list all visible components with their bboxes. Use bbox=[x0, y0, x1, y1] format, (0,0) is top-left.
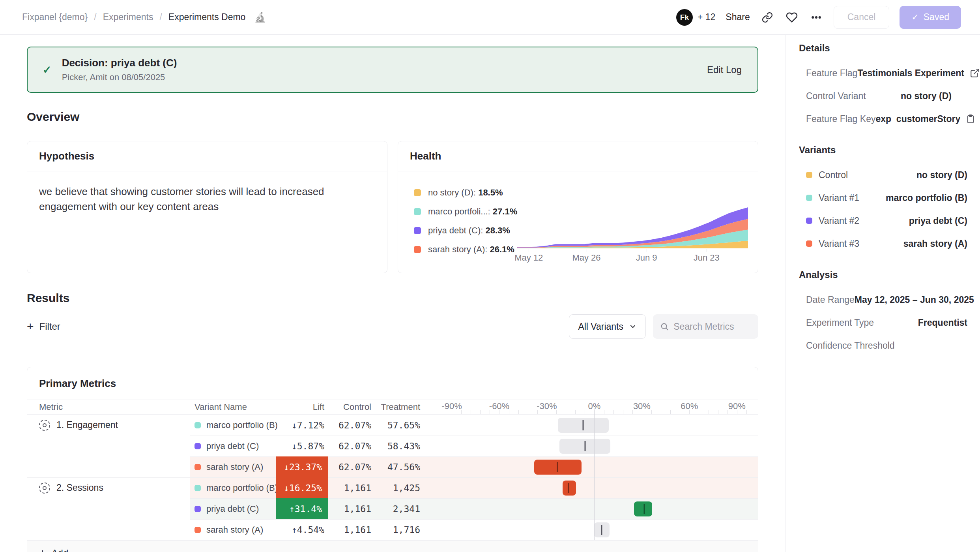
lift-value: ↑4.54% bbox=[292, 525, 324, 535]
legend-label: no story (D): 18.5% bbox=[428, 188, 503, 198]
variant-name: priya debt (C) bbox=[206, 441, 259, 451]
variant-color-dot bbox=[195, 443, 201, 449]
table-row[interactable]: priya debt (C)↓5.87%62.07%58.43% bbox=[27, 436, 758, 456]
edit-log-button[interactable]: Edit Log bbox=[707, 64, 742, 75]
x-axis-label: May 12 bbox=[514, 253, 543, 263]
x-axis-label: Jun 9 bbox=[636, 253, 657, 263]
metric-cell bbox=[27, 519, 190, 540]
legend-item[interactable]: sarah story (A): 26.1% bbox=[414, 240, 517, 259]
x-axis-tick bbox=[647, 249, 647, 252]
treatment-value: 2,341 bbox=[393, 504, 420, 514]
copy-link-icon[interactable] bbox=[760, 10, 774, 24]
all-variants-dropdown[interactable]: All Variants bbox=[569, 314, 646, 339]
variant-color-dot bbox=[195, 485, 201, 491]
column-lift: Lift bbox=[276, 400, 328, 414]
zero-gridline bbox=[594, 409, 595, 540]
control-cell: 62.07% bbox=[328, 456, 375, 477]
lift-cell: ↓5.87% bbox=[276, 436, 328, 456]
ci-minor-tick bbox=[452, 410, 452, 414]
column-treatment: Treatment bbox=[375, 400, 427, 414]
lift-center-tick bbox=[601, 525, 602, 535]
legend-item[interactable]: no story (D): 18.5% bbox=[414, 183, 517, 202]
ci-cell bbox=[427, 519, 758, 540]
overview-heading: Overview bbox=[27, 110, 758, 124]
breadcrumb-project[interactable]: Fixpanel {demo} bbox=[22, 12, 88, 23]
column-variant-name: Variant Name bbox=[190, 400, 276, 414]
variant-name: sarah story (A) bbox=[206, 462, 263, 472]
hypothesis-title: Hypothesis bbox=[39, 150, 94, 162]
variant-name: marco portfolio (B) bbox=[206, 420, 278, 430]
health-card: Health no story (D): 18.5%marco portfoli… bbox=[398, 141, 758, 273]
treatment-value: 57.65% bbox=[387, 420, 420, 430]
legend-item[interactable]: priya debt (C): 28.3% bbox=[414, 221, 517, 240]
ci-minor-tick bbox=[728, 410, 728, 414]
avatar[interactable]: Fk bbox=[676, 9, 693, 26]
table-row[interactable]: 1. Engagementmarco portfolio (B)↓7.12%62… bbox=[27, 415, 758, 436]
control-value: 62.07% bbox=[339, 420, 371, 430]
ci-minor-tick bbox=[509, 410, 509, 414]
variant-cell: marco portfolio (B) bbox=[190, 477, 276, 498]
x-axis-label: May 26 bbox=[572, 253, 600, 263]
ci-minor-tick bbox=[556, 410, 557, 414]
ci-minor-tick bbox=[680, 410, 680, 414]
search-metrics-box bbox=[653, 314, 758, 339]
ci-plot bbox=[450, 436, 751, 456]
ci-minor-tick bbox=[575, 410, 576, 414]
more-options-icon[interactable] bbox=[809, 10, 823, 24]
ci-minor-tick bbox=[471, 410, 471, 414]
breadcrumb-experiments[interactable]: Experiments bbox=[103, 12, 153, 23]
health-legend: no story (D): 18.5%marco portfoli...: 27… bbox=[414, 183, 517, 259]
ci-minor-tick bbox=[737, 410, 737, 414]
ci-minor-tick bbox=[518, 410, 519, 414]
cancel-button[interactable]: Cancel bbox=[834, 6, 890, 29]
lift-cell: ↑4.54% bbox=[276, 519, 328, 540]
legend-item[interactable]: marco portfoli...: 27.1% bbox=[414, 202, 517, 221]
health-chart-xaxis: May 12May 26Jun 9Jun 23 bbox=[517, 250, 748, 263]
legend-swatch bbox=[414, 208, 421, 215]
metric-cell bbox=[27, 498, 190, 519]
legend-swatch bbox=[414, 246, 421, 253]
share-button[interactable]: Share bbox=[726, 12, 750, 23]
table-row[interactable]: 2. Sessionsmarco portfolio (B)↓16.25%1,1… bbox=[27, 477, 758, 498]
clipboard-copy-icon[interactable] bbox=[966, 114, 975, 124]
ci-minor-tick bbox=[547, 410, 547, 414]
ci-cell bbox=[427, 436, 758, 456]
search-icon bbox=[660, 321, 669, 332]
lift-chip: ↓23.37% bbox=[276, 456, 328, 477]
table-header: Metric Variant Name Lift Control Treatme… bbox=[27, 400, 758, 415]
table-row[interactable]: sarah story (A)↑4.54%1,1611,716 bbox=[27, 519, 758, 540]
saved-button[interactable]: ✓Saved bbox=[900, 6, 961, 29]
collaborators-count[interactable]: + 12 bbox=[698, 12, 715, 23]
metric-name[interactable]: 2. Sessions bbox=[56, 483, 103, 493]
ci-minor-tick bbox=[699, 410, 699, 414]
variant-color-dot bbox=[195, 422, 201, 428]
ci-cell bbox=[427, 415, 758, 436]
feature-flag-key-value: exp_customerStory bbox=[875, 114, 960, 124]
ci-minor-tick bbox=[718, 410, 718, 414]
feature-flag-value[interactable]: Testimonials Experiment bbox=[857, 68, 964, 79]
table-row[interactable]: sarah story (A)↓23.37%62.07%47.56% bbox=[27, 456, 758, 477]
ci-minor-tick bbox=[604, 410, 604, 414]
metric-name[interactable]: 1. Engagement bbox=[56, 420, 118, 430]
legend-label: priya debt (C): 28.3% bbox=[428, 225, 510, 236]
add-metric-button[interactable]: + Add bbox=[27, 540, 758, 552]
breadcrumb-current[interactable]: Experiments Demo bbox=[168, 12, 246, 23]
ci-cell bbox=[427, 456, 758, 477]
date-range-value: May 12, 2025 – Jun 30, 2025 bbox=[855, 295, 974, 305]
details-section: Details Feature Flag Testimonials Experi… bbox=[799, 43, 967, 130]
table-row[interactable]: priya debt (C)↑31.4%1,1612,341 bbox=[27, 498, 758, 519]
favorite-heart-icon[interactable] bbox=[785, 10, 799, 24]
experiment-type-row: Experiment Type Frequentist bbox=[799, 311, 967, 334]
ci-minor-tick bbox=[566, 410, 566, 414]
lift-chip: ↓16.25% bbox=[276, 477, 328, 498]
search-metrics-input[interactable] bbox=[673, 321, 751, 332]
details-heading: Details bbox=[799, 43, 967, 54]
page: Fixpanel {demo} / Experiments / Experime… bbox=[0, 0, 980, 552]
lift-chip: ↑31.4% bbox=[276, 498, 328, 519]
add-filter-button[interactable]: + Filter bbox=[27, 321, 60, 332]
metric-cell: 2. Sessions bbox=[27, 477, 190, 498]
lift-center-tick bbox=[584, 441, 585, 451]
results-toolbar: + Filter All Variants bbox=[27, 314, 758, 339]
external-link-icon[interactable] bbox=[970, 68, 980, 78]
variant-row: Variant #2 priya debt (C) bbox=[799, 209, 967, 232]
